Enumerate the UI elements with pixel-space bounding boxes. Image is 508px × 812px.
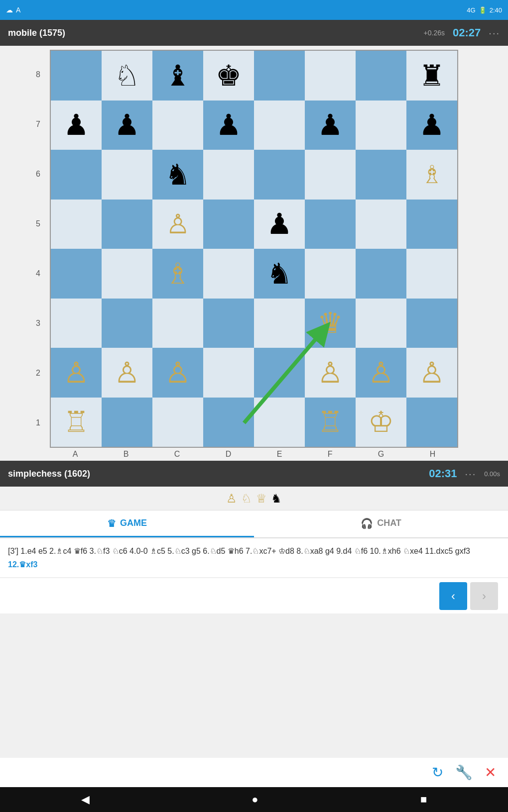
square-a8[interactable] bbox=[51, 51, 102, 101]
square-c8[interactable]: ♝ bbox=[152, 51, 203, 101]
piece-c4: ♗ bbox=[165, 259, 191, 288]
square-h2[interactable]: ♙ bbox=[406, 348, 457, 398]
square-b2[interactable]: ♙ bbox=[102, 348, 152, 398]
square-b3[interactable] bbox=[102, 299, 152, 348]
piece-a7: ♟ bbox=[63, 110, 89, 139]
square-g5[interactable] bbox=[356, 200, 406, 249]
square-a6[interactable] bbox=[51, 150, 102, 200]
tab-game-label: GAME bbox=[120, 518, 147, 528]
android-back-button[interactable]: ◀ bbox=[81, 793, 90, 806]
bottom-more-icon[interactable]: ··· bbox=[465, 468, 477, 480]
square-g7[interactable] bbox=[356, 101, 406, 150]
piece-d8: ♚ bbox=[216, 61, 242, 90]
board-row-labels: 8 7 6 5 4 3 2 1 bbox=[36, 50, 40, 448]
square-a3[interactable] bbox=[51, 299, 102, 348]
square-d7[interactable]: ♟ bbox=[203, 101, 254, 150]
refresh-button[interactable]: ↻ bbox=[432, 764, 443, 781]
piece-e5: ♟ bbox=[266, 209, 292, 238]
status-bar-left: ☁ A bbox=[6, 6, 20, 14]
piece-h7: ♟ bbox=[419, 110, 445, 139]
nav-area: ‹ › bbox=[0, 578, 508, 613]
square-f8[interactable] bbox=[305, 51, 356, 101]
square-f2[interactable]: ♙ bbox=[305, 348, 356, 398]
square-h1[interactable] bbox=[406, 398, 457, 447]
square-d8[interactable]: ♚ bbox=[203, 51, 254, 101]
captured-queen: ♕ bbox=[256, 492, 267, 506]
chess-board[interactable]: ♘ ♝ ♚ ♜ ♟ ♟ ♟ ♟ ♟ ♞ ♗ bbox=[50, 50, 458, 448]
piece-g1: ♔ bbox=[368, 407, 394, 436]
piece-c2: ♙ bbox=[165, 358, 191, 387]
square-e1[interactable] bbox=[254, 398, 305, 447]
android-home-button[interactable]: ● bbox=[252, 793, 258, 806]
square-e3[interactable] bbox=[254, 299, 305, 348]
square-d1[interactable] bbox=[203, 398, 254, 447]
app-icon: A bbox=[16, 6, 20, 14]
square-b7[interactable]: ♟ bbox=[102, 101, 152, 150]
square-h5[interactable] bbox=[406, 200, 457, 249]
square-b5[interactable] bbox=[102, 200, 152, 249]
square-e6[interactable] bbox=[254, 150, 305, 200]
captured-pieces-bar: ♙ ♘ ♕ ♞ bbox=[0, 487, 508, 510]
tab-bar: ♛ GAME 🎧 CHAT bbox=[0, 510, 508, 538]
square-g8[interactable] bbox=[356, 51, 406, 101]
nav-back-button[interactable]: ‹ bbox=[439, 582, 467, 610]
piece-f7: ♟ bbox=[317, 110, 343, 139]
square-g1[interactable]: ♔ bbox=[356, 398, 406, 447]
bottom-eval-time: 0.00s bbox=[484, 470, 500, 478]
square-d2[interactable] bbox=[203, 348, 254, 398]
square-c2[interactable]: ♙ bbox=[152, 348, 203, 398]
square-c7[interactable] bbox=[152, 101, 203, 150]
piece-d7: ♟ bbox=[216, 110, 242, 139]
square-c5[interactable]: ♙ bbox=[152, 200, 203, 249]
square-g4[interactable] bbox=[356, 249, 406, 299]
square-g6[interactable] bbox=[356, 150, 406, 200]
bottom-player-timer: 02:31 bbox=[429, 467, 457, 480]
square-e8[interactable] bbox=[254, 51, 305, 101]
square-f6[interactable] bbox=[305, 150, 356, 200]
square-h3[interactable] bbox=[406, 299, 457, 348]
tab-game[interactable]: ♛ GAME bbox=[0, 510, 254, 537]
square-a2[interactable]: ♙ bbox=[51, 348, 102, 398]
square-g2[interactable]: ♙ bbox=[356, 348, 406, 398]
square-f3[interactable]: ♛ bbox=[305, 299, 356, 348]
android-recent-button[interactable]: ■ bbox=[420, 793, 427, 806]
square-f4[interactable] bbox=[305, 249, 356, 299]
piece-g2: ♙ bbox=[368, 358, 394, 387]
square-c1[interactable] bbox=[152, 398, 203, 447]
square-f5[interactable] bbox=[305, 200, 356, 249]
square-d4[interactable] bbox=[203, 249, 254, 299]
status-bar-right: 4G 🔋 2:40 bbox=[467, 6, 502, 14]
square-a1[interactable]: ♖ bbox=[51, 398, 102, 447]
square-e5[interactable]: ♟ bbox=[254, 200, 305, 249]
more-icon[interactable]: ··· bbox=[489, 27, 500, 39]
square-d6[interactable] bbox=[203, 150, 254, 200]
square-a5[interactable] bbox=[51, 200, 102, 249]
board-container: 8 7 6 5 4 3 2 1 ♘ ♝ ♚ ♜ ♟ ♟ ♟ ♟ bbox=[0, 46, 508, 461]
top-player-timer: 02:27 bbox=[453, 26, 481, 39]
square-b6[interactable] bbox=[102, 150, 152, 200]
square-h7[interactable]: ♟ bbox=[406, 101, 457, 150]
square-g3[interactable] bbox=[356, 299, 406, 348]
wrench-button[interactable]: 🔧 bbox=[455, 764, 473, 781]
square-h4[interactable] bbox=[406, 249, 457, 299]
square-e2[interactable] bbox=[254, 348, 305, 398]
close-button[interactable]: ✕ bbox=[485, 764, 496, 781]
square-b1[interactable] bbox=[102, 398, 152, 447]
square-h8[interactable]: ♜ bbox=[406, 51, 457, 101]
square-f1[interactable]: ♖ bbox=[305, 398, 356, 447]
square-b8[interactable]: ♘ bbox=[102, 51, 152, 101]
square-b4[interactable] bbox=[102, 249, 152, 299]
square-f7[interactable]: ♟ bbox=[305, 101, 356, 150]
square-c6[interactable]: ♞ bbox=[152, 150, 203, 200]
square-e7[interactable] bbox=[254, 101, 305, 150]
square-a7[interactable]: ♟ bbox=[51, 101, 102, 150]
square-h6[interactable]: ♗ bbox=[406, 150, 457, 200]
square-d3[interactable] bbox=[203, 299, 254, 348]
nav-forward-button[interactable]: › bbox=[470, 582, 498, 610]
tab-chat[interactable]: 🎧 CHAT bbox=[254, 510, 508, 537]
square-d5[interactable] bbox=[203, 200, 254, 249]
square-c3[interactable] bbox=[152, 299, 203, 348]
square-c4[interactable]: ♗ bbox=[152, 249, 203, 299]
square-e4[interactable]: ♞ bbox=[254, 249, 305, 299]
square-a4[interactable] bbox=[51, 249, 102, 299]
